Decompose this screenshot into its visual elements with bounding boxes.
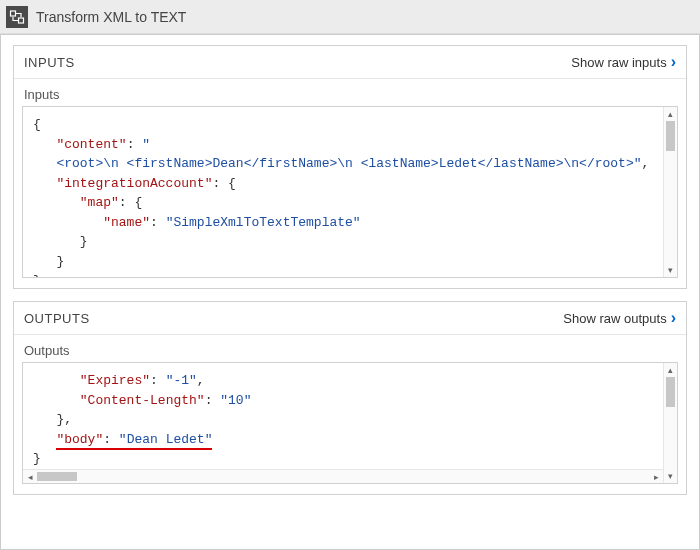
- main-content: INPUTS Show raw inputs › Inputs { "conte…: [0, 34, 700, 550]
- chevron-right-icon: ›: [671, 54, 676, 70]
- transform-icon: [6, 6, 28, 28]
- outputs-code-box: "Expires": "-1", "Content-Length": "10" …: [22, 362, 678, 484]
- inputs-header: INPUTS Show raw inputs ›: [14, 46, 686, 79]
- colon: :: [150, 373, 166, 388]
- scrollbar-thumb[interactable]: [666, 377, 675, 407]
- colon-brace: : {: [212, 176, 235, 191]
- json-key: "content": [56, 137, 126, 152]
- json-string: ": [142, 137, 150, 152]
- page-title: Transform XML to TEXT: [36, 9, 186, 25]
- scroll-left-icon[interactable]: ◂: [23, 470, 37, 483]
- inputs-section: INPUTS Show raw inputs › Inputs { "conte…: [13, 45, 687, 289]
- brace: {: [33, 117, 41, 132]
- outputs-sublabel: Outputs: [14, 335, 686, 362]
- json-key: "Expires": [80, 373, 150, 388]
- colon: :: [205, 393, 221, 408]
- svg-rect-0: [11, 11, 16, 16]
- brace: }: [56, 254, 64, 269]
- json-string: "SimpleXmlToTextTemplate": [166, 215, 361, 230]
- inputs-code[interactable]: { "content": " <root>\n <firstName>Dean<…: [23, 107, 677, 277]
- json-string: <root>\n <firstName>Dean</firstName>\n <…: [56, 156, 641, 171]
- scroll-right-icon[interactable]: ▸: [649, 470, 663, 483]
- show-raw-outputs-button[interactable]: Show raw outputs ›: [563, 310, 676, 326]
- show-raw-inputs-label: Show raw inputs: [571, 55, 666, 70]
- inputs-code-box: { "content": " <root>\n <firstName>Dean<…: [22, 106, 678, 278]
- json-key: "name": [103, 215, 150, 230]
- title-bar: Transform XML to TEXT: [0, 0, 700, 34]
- scrollbar-thumb[interactable]: [666, 121, 675, 151]
- outputs-horizontal-scrollbar[interactable]: ◂ ▸: [23, 469, 663, 483]
- scroll-down-icon[interactable]: ▾: [664, 263, 677, 277]
- show-raw-outputs-label: Show raw outputs: [563, 311, 666, 326]
- json-key: "integrationAccount": [56, 176, 212, 191]
- show-raw-inputs-button[interactable]: Show raw inputs ›: [571, 54, 676, 70]
- inputs-label: INPUTS: [24, 55, 75, 70]
- scroll-up-icon[interactable]: ▴: [664, 107, 677, 121]
- json-string-body: "Dean Ledet": [119, 432, 213, 447]
- comma: ,: [642, 156, 650, 171]
- outputs-label: OUTPUTS: [24, 311, 90, 326]
- scrollbar-thumb[interactable]: [37, 472, 77, 481]
- colon: :: [103, 432, 119, 447]
- colon-brace: : {: [119, 195, 142, 210]
- json-key: "map": [80, 195, 119, 210]
- json-string: "-1": [166, 373, 197, 388]
- outputs-code[interactable]: "Expires": "-1", "Content-Length": "10" …: [23, 363, 677, 483]
- inputs-sublabel: Inputs: [14, 79, 686, 106]
- json-key: "Content-Length": [80, 393, 205, 408]
- comma: ,: [197, 373, 205, 388]
- outputs-header: OUTPUTS Show raw outputs ›: [14, 302, 686, 335]
- outputs-vertical-scrollbar[interactable]: ▴ ▾: [663, 363, 677, 483]
- brace: }: [33, 273, 41, 277]
- chevron-right-icon: ›: [671, 310, 676, 326]
- inputs-vertical-scrollbar[interactable]: ▴ ▾: [663, 107, 677, 277]
- json-string: "10": [220, 393, 251, 408]
- svg-rect-1: [19, 18, 24, 23]
- outputs-section: OUTPUTS Show raw outputs › Outputs "Expi…: [13, 301, 687, 495]
- brace: }: [33, 451, 41, 466]
- brace: }: [80, 234, 88, 249]
- scroll-down-icon[interactable]: ▾: [664, 469, 677, 483]
- brace-comma: },: [56, 412, 72, 427]
- scroll-up-icon[interactable]: ▴: [664, 363, 677, 377]
- colon: :: [127, 137, 143, 152]
- json-key-body: "body": [56, 432, 103, 447]
- colon: :: [150, 215, 166, 230]
